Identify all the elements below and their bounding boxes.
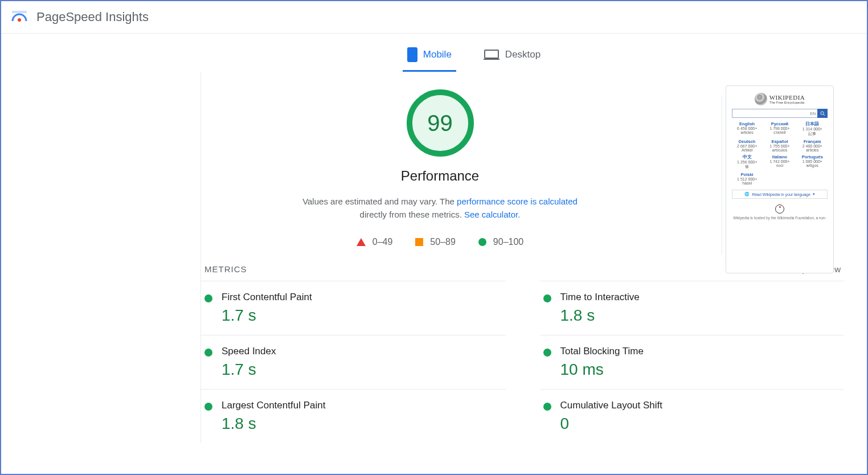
performance-score: 99 bbox=[427, 110, 453, 136]
square-orange-icon bbox=[415, 238, 423, 246]
wiki-lang-selector: EN bbox=[808, 109, 817, 118]
vertical-divider bbox=[722, 95, 722, 255]
metric-value: 1.7 s bbox=[222, 361, 276, 379]
legend-good: 90–100 bbox=[478, 237, 523, 247]
metric-name: Speed Index bbox=[222, 346, 276, 357]
wiki-search-bar: EN bbox=[732, 109, 828, 118]
metric-value: 1.7 s bbox=[222, 306, 312, 325]
metric-si: Speed Index 1.7 s bbox=[201, 335, 506, 389]
svg-rect-5 bbox=[484, 59, 499, 60]
metrics-grid: First Contentful Paint 1.7 s Time to Int… bbox=[201, 281, 844, 443]
app-title: PageSpeed Insights bbox=[36, 10, 149, 24]
wiki-lang-cell bbox=[764, 172, 795, 185]
page-screenshot-preview: WIKIPEDIA The Free Encyclopedia EN Engli… bbox=[726, 85, 834, 273]
metric-value: 0 bbox=[560, 415, 663, 433]
metric-value: 1.8 s bbox=[560, 306, 640, 325]
status-dot-good-icon bbox=[204, 349, 212, 357]
app-header: PageSpeed Insights bbox=[1, 1, 867, 34]
metric-value: 10 ms bbox=[560, 361, 644, 379]
legend-bad: 0–49 bbox=[357, 237, 393, 247]
tab-desktop-label: Desktop bbox=[505, 49, 541, 60]
legend-bad-label: 0–49 bbox=[372, 237, 393, 247]
performance-title: Performance bbox=[401, 168, 479, 184]
status-dot-good-icon bbox=[543, 403, 551, 411]
perf-desc-text: Values are estimated and may vary. The bbox=[302, 196, 457, 206]
legend-good-label: 90–100 bbox=[493, 237, 523, 247]
wiki-language-grid: English6 458 000+articlesРусский1 798 00… bbox=[732, 121, 828, 185]
metric-tbt: Total Blocking Time 10 ms bbox=[540, 335, 845, 389]
metric-name: First Contentful Paint bbox=[222, 292, 312, 303]
wiki-lang-cell: Português1 085 000+artigos bbox=[797, 154, 828, 170]
triangle-red-icon bbox=[357, 238, 366, 246]
perf-calc-link[interactable]: performance score is calculated bbox=[457, 196, 578, 206]
status-dot-good-icon bbox=[204, 294, 212, 302]
metric-name: Largest Contentful Paint bbox=[222, 400, 325, 411]
wikimedia-logo-icon bbox=[775, 204, 784, 214]
wiki-read-language-label: Read Wikipedia in your language bbox=[752, 193, 810, 196]
svg-rect-3 bbox=[410, 49, 415, 50]
metric-name: Cumulative Layout Shift bbox=[560, 400, 663, 411]
metric-value: 1.8 s bbox=[222, 415, 325, 433]
tab-mobile[interactable]: Mobile bbox=[403, 39, 456, 72]
wiki-lang-cell: Italiano1 742 000+voci bbox=[764, 154, 795, 170]
wiki-lang-cell: Deutsch2 667 000+Artikel bbox=[732, 139, 762, 152]
svg-rect-1 bbox=[12, 11, 27, 13]
performance-score-gauge: 99 bbox=[407, 89, 474, 157]
wiki-footer-text: Wikipedia is hosted by the Wikimedia Fou… bbox=[733, 216, 826, 220]
language-icon: 🌐 bbox=[744, 192, 750, 196]
wikipedia-wordmark: WIKIPEDIA bbox=[769, 94, 805, 101]
wiki-search-input bbox=[732, 109, 808, 118]
chevron-down-icon: ▾ bbox=[813, 192, 815, 196]
metric-fcp: First Contentful Paint 1.7 s bbox=[201, 281, 506, 335]
metric-tti: Time to Interactive 1.8 s bbox=[540, 281, 845, 335]
mobile-icon bbox=[407, 47, 417, 62]
wiki-lang-cell: 日本語1 314 000+記事 bbox=[797, 121, 828, 137]
legend-mid-label: 50–89 bbox=[430, 237, 456, 247]
metric-cls: Cumulative Layout Shift 0 bbox=[540, 389, 845, 443]
svg-point-0 bbox=[18, 18, 21, 22]
wiki-search-button bbox=[817, 109, 828, 118]
score-legend: 0–49 50–89 90–100 bbox=[357, 237, 523, 247]
metric-name: Total Blocking Time bbox=[560, 346, 644, 357]
metric-lcp: Largest Contentful Paint 1.8 s bbox=[201, 389, 506, 443]
desktop-icon bbox=[484, 49, 499, 60]
status-dot-good-icon bbox=[204, 403, 212, 411]
wiki-lang-cell: 中文1 256 000+條 bbox=[732, 154, 762, 170]
wikipedia-subtitle: The Free Encyclopedia bbox=[769, 101, 805, 104]
wikipedia-globe-icon bbox=[755, 93, 767, 105]
see-calculator-link[interactable]: See calculator. bbox=[464, 210, 520, 219]
status-dot-good-icon bbox=[543, 349, 551, 357]
svg-line-7 bbox=[823, 114, 825, 116]
perf-desc-text2: directly from these metrics. bbox=[360, 210, 464, 219]
tab-desktop[interactable]: Desktop bbox=[479, 39, 545, 72]
wiki-lang-cell: Français2 400 000+articles bbox=[797, 139, 828, 152]
performance-description: Values are estimated and may vary. The p… bbox=[292, 195, 588, 221]
wiki-lang-cell: Polski1 512 000+haseł bbox=[732, 172, 762, 185]
wiki-lang-cell: Español1 755 000+artículos bbox=[764, 139, 795, 152]
metrics-title: METRICS bbox=[204, 264, 247, 274]
device-tabs: Mobile Desktop bbox=[1, 39, 867, 72]
wiki-read-language-button: 🌐 Read Wikipedia in your language ▾ bbox=[732, 190, 828, 199]
wiki-lang-cell: English6 458 000+articles bbox=[732, 121, 762, 137]
pagespeed-logo-icon bbox=[9, 7, 30, 27]
legend-mid: 50–89 bbox=[415, 237, 456, 247]
tab-mobile-label: Mobile bbox=[423, 49, 452, 60]
status-dot-good-icon bbox=[543, 294, 551, 302]
wiki-lang-cell bbox=[797, 172, 828, 185]
circle-green-icon bbox=[478, 238, 486, 246]
metric-name: Time to Interactive bbox=[560, 292, 640, 303]
wiki-lang-cell: Русский1 798 000+статей bbox=[764, 121, 795, 137]
svg-rect-4 bbox=[485, 50, 498, 58]
